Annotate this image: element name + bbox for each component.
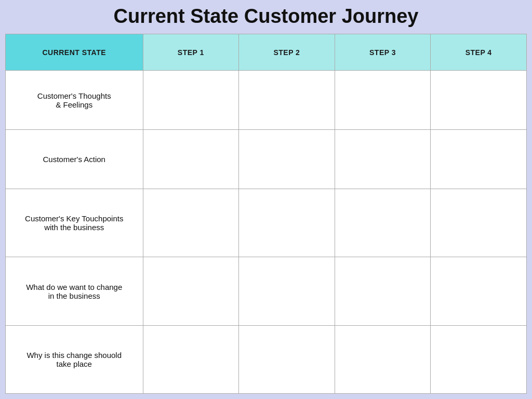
- journey-table: CURRENT STATE STEP 1 STEP 2 STEP 3 STEP …: [5, 34, 527, 394]
- row-label-why: Why is this change shouoldtake place: [6, 325, 143, 393]
- cell-thoughts-step4[interactable]: [431, 71, 527, 130]
- header-current-state: CURRENT STATE: [6, 34, 143, 71]
- table-row: Why is this change shouoldtake place: [6, 325, 527, 393]
- header-step-2: STEP 2: [239, 34, 335, 71]
- cell-thoughts-step1[interactable]: [143, 71, 239, 130]
- cell-action-step2[interactable]: [239, 130, 335, 189]
- cell-touchpoints-step1[interactable]: [143, 189, 239, 257]
- cell-action-step1[interactable]: [143, 130, 239, 189]
- row-label-action: Customer's Action: [6, 130, 143, 189]
- cell-touchpoints-step2[interactable]: [239, 189, 335, 257]
- table-row: Customer's Key Touchpointswith the busin…: [6, 189, 527, 257]
- row-label-change: What do we want to changein the business: [6, 257, 143, 325]
- cell-touchpoints-step3[interactable]: [335, 189, 431, 257]
- cell-thoughts-step3[interactable]: [335, 71, 431, 130]
- table-row: What do we want to changein the business: [6, 257, 527, 325]
- row-label-touchpoints: Customer's Key Touchpointswith the busin…: [6, 189, 143, 257]
- cell-why-step2[interactable]: [239, 325, 335, 393]
- cell-why-step1[interactable]: [143, 325, 239, 393]
- table-row: Customer's Thoughts& Feelings: [6, 71, 527, 130]
- cell-action-step3[interactable]: [335, 130, 431, 189]
- cell-change-step1[interactable]: [143, 257, 239, 325]
- header-step-4: STEP 4: [431, 34, 527, 71]
- row-label-thoughts: Customer's Thoughts& Feelings: [6, 71, 143, 130]
- header-step-3: STEP 3: [335, 34, 431, 71]
- cell-change-step2[interactable]: [239, 257, 335, 325]
- cell-action-step4[interactable]: [431, 130, 527, 189]
- page-title: Current State Customer Journey: [5, 5, 527, 28]
- cell-thoughts-step2[interactable]: [239, 71, 335, 130]
- table-row: Customer's Action: [6, 130, 527, 189]
- cell-change-step4[interactable]: [431, 257, 527, 325]
- cell-touchpoints-step4[interactable]: [431, 189, 527, 257]
- header-step-1: STEP 1: [143, 34, 239, 71]
- cell-change-step3[interactable]: [335, 257, 431, 325]
- cell-why-step3[interactable]: [335, 325, 431, 393]
- cell-why-step4[interactable]: [431, 325, 527, 393]
